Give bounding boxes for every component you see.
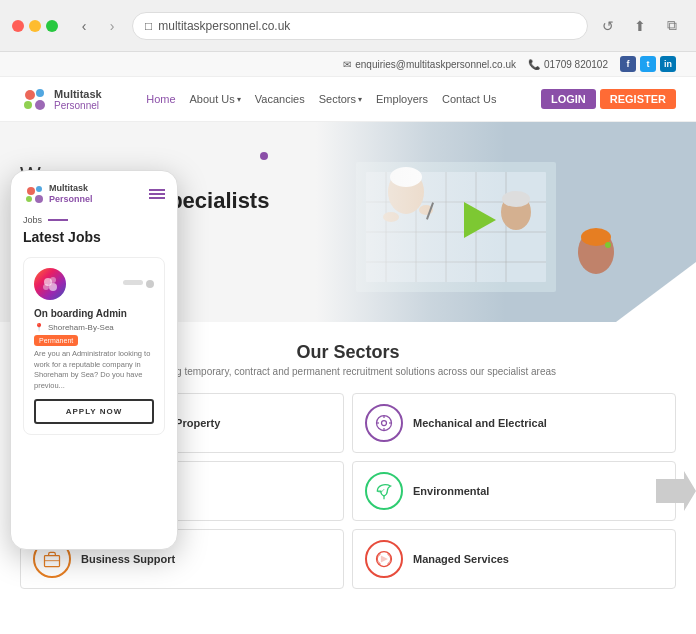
nav-employers[interactable]: Employers [376, 93, 428, 105]
location-icon: 📍 [34, 323, 44, 332]
address-bar[interactable]: □ multitaskpersonnel.co.uk [132, 12, 588, 40]
sector-environmental[interactable]: Environmental [352, 461, 676, 521]
job-dot-2 [146, 280, 154, 288]
job-card-dots [123, 280, 154, 288]
svg-point-40 [26, 196, 32, 202]
mechanical-icon-circle [365, 404, 403, 442]
site-topbar: ✉ enquiries@multitaskpersonnel.co.uk 📞 0… [0, 52, 696, 77]
new-tab-button[interactable]: ⧉ [660, 14, 684, 38]
facebook-icon[interactable]: f [620, 56, 636, 72]
job-type: Permanent [34, 335, 154, 346]
svg-point-1 [36, 89, 44, 97]
logo-svg [20, 85, 48, 113]
phone-icon: 📞 [528, 59, 540, 70]
mobile-job-card: On boarding Admin 📍 Shoreham-By-Sea Perm… [23, 257, 165, 435]
managed-icon-circle [365, 540, 403, 578]
job-description: Are you an Administrator looking to work… [34, 349, 154, 391]
svg-rect-35 [45, 556, 60, 567]
site-navbar: Multitask Personnel Home About Us ▾ Vaca… [0, 77, 696, 122]
hero-triangle-decoration [616, 262, 696, 322]
share-button[interactable]: ⬆ [628, 14, 652, 38]
email-icon: ✉ [343, 59, 351, 70]
minimize-dot[interactable] [29, 20, 41, 32]
browser-window: ‹ › □ multitaskpersonnel.co.uk ↺ ⬆ ⧉ ✉ e… [0, 0, 696, 634]
svg-point-38 [27, 187, 35, 195]
mobile-screen: Multitask Personnel Jobs Latest Jobs [11, 171, 177, 457]
job-location: 📍 Shoreham-By-Sea [34, 323, 154, 332]
svg-point-3 [35, 100, 45, 110]
window-controls [12, 20, 58, 32]
auth-buttons: LOGIN REGISTER [541, 89, 676, 109]
svg-point-45 [49, 283, 57, 291]
svg-point-0 [25, 90, 35, 100]
dropdown-arrow-sectors: ▾ [358, 95, 362, 104]
register-button[interactable]: REGISTER [600, 89, 676, 109]
apply-now-button[interactable]: APPLY NOW [34, 399, 154, 424]
job-dot-1 [123, 280, 143, 285]
close-dot[interactable] [12, 20, 24, 32]
environmental-icon-circle [365, 472, 403, 510]
hamburger-line-1 [149, 189, 165, 191]
nav-arrows: ‹ › [72, 14, 124, 38]
logo-text: Multitask Personnel [54, 88, 102, 111]
linkedin-icon[interactable]: in [660, 56, 676, 72]
nav-links: Home About Us ▾ Vacancies Sectors ▾ Empl… [146, 93, 496, 105]
phone-text: 01709 820102 [544, 59, 608, 70]
managed-sector-name: Managed Services [413, 553, 509, 565]
job-card-header [34, 268, 154, 300]
mechanical-icon [374, 413, 394, 433]
browser-actions: ↺ ⬆ ⧉ [596, 14, 684, 38]
email-item: ✉ enquiries@multitaskpersonnel.co.uk [343, 59, 516, 70]
job-type-tag: Permanent [34, 335, 78, 346]
managed-icon [374, 549, 394, 569]
twitter-icon[interactable]: t [640, 56, 656, 72]
mobile-jobs-label: Jobs [23, 215, 165, 225]
svg-point-29 [382, 421, 387, 426]
hamburger-menu[interactable] [149, 189, 165, 199]
url-text: multitaskpersonnel.co.uk [158, 19, 290, 33]
environmental-icon [374, 481, 394, 501]
nav-vacancies[interactable]: Vacancies [255, 93, 305, 105]
nav-home[interactable]: Home [146, 93, 175, 105]
site-logo[interactable]: Multitask Personnel [20, 85, 102, 113]
sector-managed[interactable]: Managed Services [352, 529, 676, 589]
mobile-logo-svg [23, 183, 45, 205]
hamburger-line-2 [149, 193, 165, 195]
hamburger-line-3 [149, 197, 165, 199]
mobile-logo: Multitask Personnel [23, 183, 93, 205]
mobile-logo-text: Multitask Personnel [49, 183, 93, 205]
job-title: On boarding Admin [34, 308, 154, 319]
job-icon-svg [41, 275, 59, 293]
forward-button[interactable]: › [100, 14, 124, 38]
nav-sectors[interactable]: Sectors ▾ [319, 93, 362, 105]
svg-point-39 [36, 186, 42, 192]
email-text: enquiries@multitaskpersonnel.co.uk [355, 59, 516, 70]
tab-icon: □ [145, 19, 152, 33]
browser-toolbar: ‹ › □ multitaskpersonnel.co.uk ↺ ⬆ ⧉ [0, 0, 696, 52]
green-accent-dot [605, 242, 611, 248]
svg-point-41 [35, 195, 43, 203]
environmental-sector-name: Environmental [413, 485, 489, 497]
sector-mechanical[interactable]: Mechanical and Electrical [352, 393, 676, 453]
play-button-icon[interactable] [464, 202, 496, 238]
job-company-icon [34, 268, 66, 300]
svg-point-2 [24, 101, 32, 109]
nav-contact[interactable]: Contact Us [442, 93, 496, 105]
nav-about[interactable]: About Us ▾ [190, 93, 241, 105]
purple-accent-dot [260, 152, 268, 160]
business-icon [42, 549, 62, 569]
social-icons: f t in [620, 56, 676, 72]
maximize-dot[interactable] [46, 20, 58, 32]
mechanical-sector-name: Mechanical and Electrical [413, 417, 547, 429]
mobile-section-title: Latest Jobs [23, 229, 165, 245]
svg-point-44 [43, 284, 49, 290]
business-sector-name: Business Support [81, 553, 175, 565]
dropdown-arrow-about: ▾ [237, 95, 241, 104]
mobile-topbar: Multitask Personnel [23, 183, 165, 205]
phone-item: 📞 01709 820102 [528, 59, 608, 70]
reload-button[interactable]: ↺ [596, 14, 620, 38]
jobs-underline [48, 219, 68, 221]
back-button[interactable]: ‹ [72, 14, 96, 38]
mobile-device-overlay: Multitask Personnel Jobs Latest Jobs [10, 170, 178, 550]
login-button[interactable]: LOGIN [541, 89, 596, 109]
